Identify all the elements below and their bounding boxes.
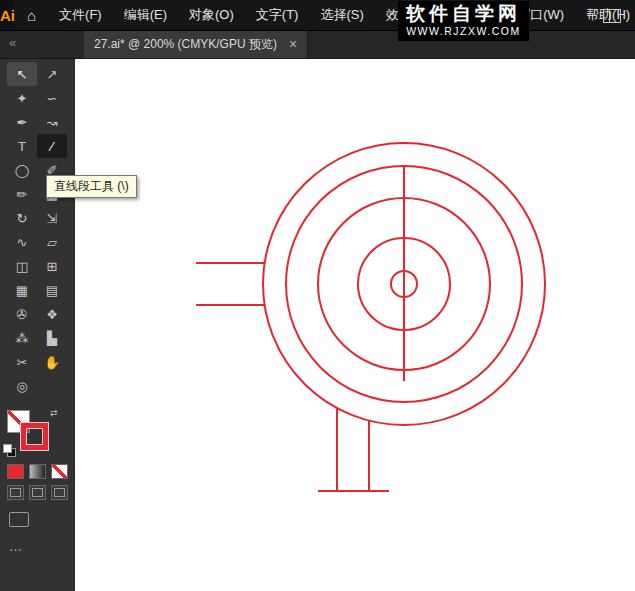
tool-shaper-icon[interactable]: ✏ — [7, 182, 37, 206]
tool-lasso-icon[interactable]: ∽ — [37, 86, 67, 110]
edit-toolbar-button[interactable]: … — [9, 539, 74, 554]
swap-fill-stroke-icon[interactable]: ⇄ — [50, 408, 58, 418]
tool-line-segment-icon[interactable]: ∕ — [37, 134, 67, 158]
draw-normal-button[interactable] — [7, 485, 24, 500]
tool-zoom-icon[interactable]: ◎ — [7, 374, 37, 398]
app-logo[interactable]: Ai — [0, 0, 15, 30]
color-button[interactable] — [7, 464, 24, 479]
watermark-title: 软件自学网 — [406, 2, 521, 25]
tool-eyedropper-icon[interactable]: ✇ — [7, 302, 37, 326]
draw-mode-row — [0, 479, 74, 500]
tool-column-graph-icon[interactable]: ▙ — [37, 326, 67, 350]
none-button[interactable] — [51, 464, 68, 479]
tool-magic-wand-icon[interactable]: ✦ — [7, 86, 37, 110]
tool-shape-builder-icon[interactable]: ◫ — [7, 254, 37, 278]
change-screen-mode-button[interactable] — [9, 512, 29, 527]
tool-perspective-grid-icon[interactable]: ⊞ — [37, 254, 67, 278]
menu-select[interactable]: 选择(S) — [309, 0, 374, 30]
stroke-swatch[interactable] — [21, 423, 48, 450]
tool-type-icon[interactable]: T — [7, 134, 37, 158]
menubar: Ai ⌂ 文件(F)编辑(E)对象(O)文字(T)选择(S)效果(C)视图(V)… — [0, 0, 635, 31]
tool-gradient-icon[interactable]: ▤ — [37, 278, 67, 302]
menu-type[interactable]: 文字(T) — [245, 0, 310, 30]
illustrator-window: Ai ⌂ 文件(F)编辑(E)对象(O)文字(T)选择(S)效果(C)视图(V)… — [0, 0, 635, 591]
canvas[interactable] — [74, 58, 635, 591]
collapse-panel-icon[interactable]: « — [9, 35, 16, 50]
watermark: 软件自学网 WWW.RJZXW.COM — [398, 1, 529, 41]
tool-grid: ↖↗✦∽✒↝T∕◯✐✏◪↻⇲∿▱◫⊞▦▤✇❖⁂▙✂✋◎ — [0, 58, 74, 398]
menu-file[interactable]: 文件(F) — [48, 0, 113, 30]
draw-behind-button[interactable] — [29, 485, 46, 500]
tool-symbol-sprayer-icon[interactable]: ⁂ — [7, 326, 37, 350]
gradient-button[interactable] — [29, 464, 46, 479]
tabbar: « 27.ai* @ 200% (CMYK/GPU 预览) × — [0, 30, 635, 59]
workspace-switcher-icon[interactable] — [603, 9, 621, 23]
tool-scale-icon[interactable]: ⇲ — [37, 206, 67, 230]
document-tab[interactable]: 27.ai* @ 200% (CMYK/GPU 预览) × — [84, 30, 308, 58]
artwork-svg — [74, 58, 635, 591]
menu-list: 文件(F)编辑(E)对象(O)文字(T)选择(S)效果(C)视图(V)窗口(W)… — [48, 0, 635, 30]
swatch-cluster: ⇄ — [0, 408, 74, 458]
tool-selection-icon[interactable]: ↖ — [7, 62, 37, 86]
default-swatches-icon[interactable] — [3, 444, 16, 457]
tool-width-icon[interactable]: ∿ — [7, 230, 37, 254]
home-icon[interactable]: ⌂ — [15, 7, 48, 24]
tools-panel: ↖↗✦∽✒↝T∕◯✐✏◪↻⇲∿▱◫⊞▦▤✇❖⁂▙✂✋◎ ⇄ … — [0, 58, 75, 591]
draw-inside-button[interactable] — [51, 485, 68, 500]
tool-curvature-icon[interactable]: ↝ — [37, 110, 67, 134]
menu-edit[interactable]: 编辑(E) — [113, 0, 178, 30]
tool-free-transform-icon[interactable]: ▱ — [37, 230, 67, 254]
tool-slice-icon[interactable]: ✂ — [7, 350, 37, 374]
tool-ellipse-icon[interactable]: ◯ — [7, 158, 37, 182]
tool-pen-icon[interactable]: ✒ — [7, 110, 37, 134]
menu-object[interactable]: 对象(O) — [178, 0, 245, 30]
watermark-url: WWW.RJZXW.COM — [406, 25, 521, 38]
tool-tooltip: 直线段工具 (\) — [46, 175, 137, 198]
tool-mesh-icon[interactable]: ▦ — [7, 278, 37, 302]
tool-blend-icon[interactable]: ❖ — [37, 302, 67, 326]
document-tab-title: 27.ai* @ 200% (CMYK/GPU 预览) — [94, 36, 277, 53]
tool-hand-icon[interactable]: ✋ — [37, 350, 67, 374]
color-mode-row — [0, 458, 74, 479]
tab-close-icon[interactable]: × — [289, 36, 297, 52]
tool-direct-selection-icon[interactable]: ↗ — [37, 62, 67, 86]
tool-rotate-icon[interactable]: ↻ — [7, 206, 37, 230]
